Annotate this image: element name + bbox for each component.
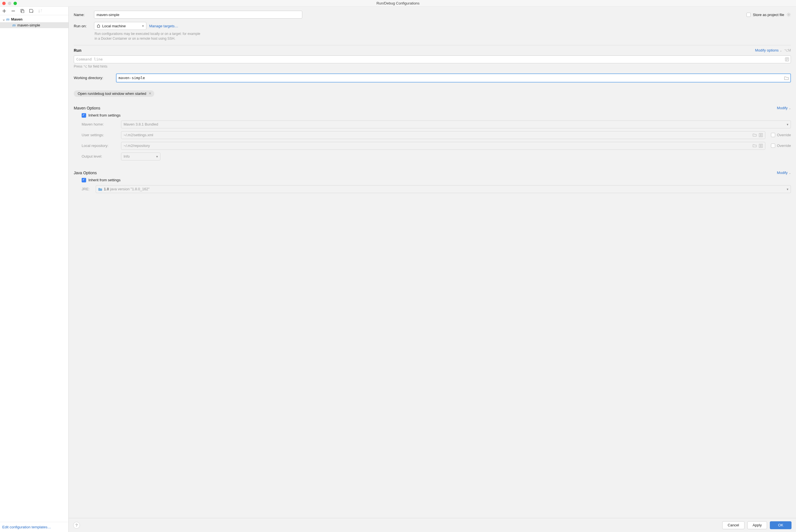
folder-icon: [98, 188, 102, 191]
svg-rect-1: [22, 10, 24, 13]
store-as-project-checkbox[interactable]: [746, 13, 751, 17]
traffic-lights: [2, 2, 17, 5]
store-as-project-label: Store as project file: [753, 13, 784, 17]
maven-inherit-checkbox[interactable]: [82, 113, 86, 118]
edit-templates-link[interactable]: Edit configuration templates…: [2, 525, 51, 529]
config-tree: ⌄ m Maven m maven-simple: [0, 15, 69, 522]
maven-icon: m: [13, 23, 16, 27]
help-button[interactable]: ?: [73, 522, 80, 529]
maven-home-label: Maven home:: [82, 122, 118, 127]
remove-config-icon[interactable]: [11, 9, 15, 13]
maven-inherit-label: Inherit from settings: [88, 113, 120, 117]
user-settings-label: User settings:: [82, 133, 118, 137]
list-icon: [759, 144, 763, 148]
local-repo-override-label: Override: [777, 144, 791, 148]
close-window-button[interactable]: [2, 2, 6, 5]
local-repo-override-checkbox[interactable]: [771, 144, 775, 148]
add-config-icon[interactable]: [2, 9, 6, 13]
save-config-icon[interactable]: [29, 9, 33, 13]
user-settings-field: ~/.m2/settings.xml: [121, 131, 765, 139]
run-on-hint-line1: Run configurations may be executed local…: [95, 32, 791, 36]
working-directory-label: Working directory:: [74, 76, 113, 80]
modify-options-link[interactable]: Modify options ⌄: [755, 48, 782, 52]
tree-root-label: Maven: [11, 17, 22, 21]
folder-icon: [753, 144, 757, 148]
run-on-hint-line2: in a Docker Container or on a remote hos…: [95, 36, 791, 41]
maven-modify-link[interactable]: Modify ⌄: [777, 106, 791, 110]
cancel-button[interactable]: Cancel: [722, 521, 744, 529]
titlebar: Run/Debug Configurations: [0, 0, 796, 7]
tree-item-maven-simple[interactable]: m maven-simple: [0, 22, 69, 28]
list-icon: [759, 133, 763, 137]
copy-config-icon[interactable]: [20, 9, 24, 13]
working-directory-input[interactable]: [116, 74, 791, 82]
chevron-down-icon: ▼: [141, 24, 145, 27]
minimize-window-button[interactable]: [8, 2, 11, 5]
sort-config-icon: [38, 9, 42, 13]
chevron-down-icon: ⌄: [2, 17, 5, 21]
run-section-title: Run: [74, 48, 81, 53]
user-settings-override-label: Override: [777, 133, 791, 137]
chevron-down-icon: ▼: [786, 123, 789, 126]
chevron-down-icon: ▼: [786, 188, 789, 191]
jre-select: 1.8 java version "1.8.0_162" ▼: [96, 185, 791, 193]
maven-options-title: Maven Options: [74, 106, 100, 110]
java-modify-link[interactable]: Modify ⌄: [777, 171, 791, 175]
window-title: Run/Debug Configurations: [0, 1, 796, 5]
output-level-label: Output level:: [82, 154, 118, 158]
expand-input-icon[interactable]: [785, 57, 789, 62]
modify-options-shortcut: ⌥M: [784, 49, 791, 52]
manage-targets-link[interactable]: Manage targets…: [149, 24, 178, 28]
button-bar: ? Cancel Apply OK: [69, 518, 796, 532]
home-icon: [97, 24, 100, 28]
local-repo-field: ~/.m2/repository: [121, 142, 765, 150]
tree-item-label: maven-simple: [17, 23, 40, 27]
java-options-title: Java Options: [74, 171, 97, 175]
gear-icon[interactable]: [786, 13, 791, 17]
user-settings-override-checkbox[interactable]: [771, 133, 775, 137]
run-on-value: Local machine: [102, 24, 126, 28]
ok-button[interactable]: OK: [770, 521, 792, 529]
jre-label: JRE:: [82, 187, 93, 191]
maven-home-select: Maven 3.8.1 Bundled ▼: [121, 120, 791, 128]
chip-label: Open run/debug tool window when started: [78, 92, 146, 96]
folder-icon: [753, 133, 757, 137]
run-on-select[interactable]: Local machine ▼: [94, 22, 146, 30]
svg-point-2: [788, 14, 790, 16]
output-level-select: Info ▼: [121, 153, 160, 160]
chevron-down-icon: ▼: [156, 155, 158, 158]
content: Name: Store as project file Run on:: [69, 7, 796, 532]
open-tool-window-chip[interactable]: Open run/debug tool window when started …: [74, 90, 154, 97]
name-label: Name:: [74, 13, 91, 17]
remove-chip-icon[interactable]: ✕: [149, 92, 151, 95]
sidebar-toolbar: [0, 7, 69, 15]
command-line-input[interactable]: [74, 55, 791, 63]
cmdline-hint: Press ⌥ for field hints: [74, 64, 791, 69]
local-repo-label: Local repository:: [82, 144, 118, 148]
zoom-window-button[interactable]: [14, 2, 17, 5]
folder-icon[interactable]: [784, 76, 789, 80]
tree-item-maven-root[interactable]: ⌄ m Maven: [0, 16, 69, 22]
java-inherit-checkbox[interactable]: [82, 178, 86, 183]
java-inherit-label: Inherit from settings: [88, 178, 120, 182]
name-input[interactable]: [94, 11, 302, 19]
sidebar: ⌄ m Maven m maven-simple Edit configurat…: [0, 7, 69, 532]
run-on-label: Run on:: [74, 24, 91, 28]
apply-button[interactable]: Apply: [747, 521, 767, 529]
maven-icon: m: [6, 17, 10, 21]
